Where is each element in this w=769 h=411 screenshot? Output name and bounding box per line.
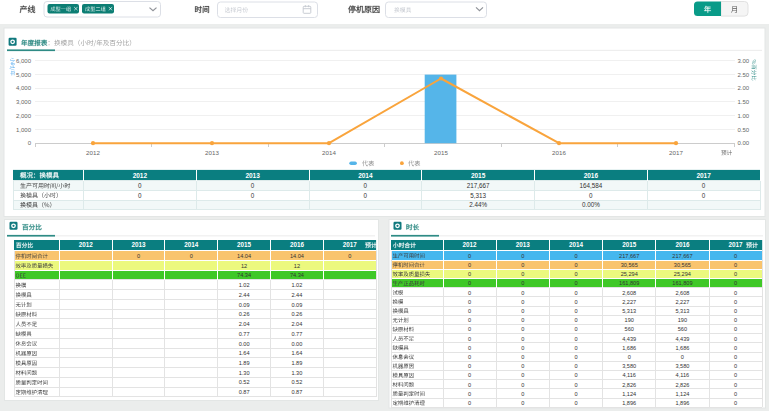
svg-text:0.00%: 0.00% [582, 201, 600, 208]
svg-text:0: 0 [574, 391, 577, 397]
svg-text:2,826: 2,826 [622, 382, 636, 388]
svg-text:0: 0 [521, 336, 524, 342]
svg-text:0: 0 [364, 182, 368, 189]
svg-text:2014: 2014 [322, 149, 336, 156]
svg-text:217,667: 217,667 [619, 253, 639, 259]
svg-text:2016: 2016 [552, 149, 566, 156]
svg-text:2017: 2017 [696, 172, 711, 179]
svg-text:4,000: 4,000 [16, 85, 32, 91]
svg-text:2013: 2013 [131, 241, 146, 248]
svg-text:0: 0 [589, 192, 593, 199]
svg-text:217,667: 217,667 [672, 253, 692, 259]
svg-text:190: 190 [625, 317, 634, 323]
svg-text:1,686: 1,686 [622, 345, 636, 351]
svg-text:2015: 2015 [471, 172, 486, 179]
svg-text:0: 0 [702, 182, 706, 189]
svg-text:2016: 2016 [584, 172, 599, 179]
svg-text:0.26: 0.26 [239, 311, 250, 317]
svg-text:0: 0 [574, 317, 577, 323]
svg-text:2017: 2017 [669, 149, 683, 156]
svg-text:2013: 2013 [245, 172, 260, 179]
svg-text:12: 12 [294, 263, 300, 269]
svg-text:12: 12 [241, 263, 247, 269]
svg-text:0.00: 0.00 [291, 341, 302, 347]
svg-text:2015: 2015 [434, 149, 448, 156]
svg-text:2.44%: 2.44% [469, 201, 487, 208]
svg-text:2013: 2013 [205, 149, 219, 156]
svg-text:2016: 2016 [290, 241, 305, 248]
svg-text:0: 0 [348, 253, 351, 259]
svg-text:0: 0 [468, 317, 471, 323]
svg-text:0: 0 [574, 262, 577, 268]
svg-text:0: 0 [734, 290, 737, 296]
svg-text:0: 0 [574, 271, 577, 277]
svg-text:1.30: 1.30 [291, 370, 302, 376]
svg-text:0: 0 [521, 308, 524, 314]
svg-text:0: 0 [521, 372, 524, 378]
svg-text:0: 0 [468, 299, 471, 305]
svg-text:3,580: 3,580 [675, 363, 689, 369]
svg-text:1,000: 1,000 [16, 127, 32, 133]
svg-text:1.02: 1.02 [239, 282, 250, 288]
svg-text:1.89: 1.89 [239, 360, 250, 366]
svg-text:1.50: 1.50 [738, 99, 750, 105]
svg-text:560: 560 [678, 326, 687, 332]
svg-text:0.52: 0.52 [239, 379, 250, 385]
svg-text:2017: 2017 [343, 241, 358, 248]
svg-text:0: 0 [521, 280, 524, 286]
svg-text:5,313: 5,313 [470, 192, 486, 199]
svg-text:0: 0 [521, 382, 524, 388]
svg-text:0: 0 [468, 253, 471, 259]
svg-text:0: 0 [137, 253, 140, 259]
svg-text:1,896: 1,896 [622, 400, 636, 406]
svg-text:0: 0 [190, 253, 193, 259]
svg-text:0: 0 [468, 308, 471, 314]
svg-text:2,227: 2,227 [622, 299, 636, 305]
svg-text:0.26: 0.26 [291, 311, 302, 317]
svg-text:0: 0 [521, 345, 524, 351]
svg-text:217,667: 217,667 [467, 182, 490, 189]
svg-text:25,294: 25,294 [621, 271, 638, 277]
svg-text:0: 0 [574, 308, 577, 314]
svg-text:0: 0 [468, 391, 471, 397]
svg-text:0: 0 [521, 262, 524, 268]
svg-text:2013: 2013 [516, 241, 531, 248]
svg-text:0: 0 [734, 308, 737, 314]
svg-text:0: 0 [628, 354, 631, 360]
svg-text:0: 0 [734, 345, 737, 351]
svg-text:2.04: 2.04 [291, 321, 302, 327]
svg-text:560: 560 [625, 326, 634, 332]
svg-text:2012: 2012 [463, 241, 478, 248]
svg-text:0: 0 [468, 345, 471, 351]
svg-text:2015: 2015 [622, 241, 637, 248]
svg-text:0: 0 [681, 354, 684, 360]
svg-text:0: 0 [468, 363, 471, 369]
svg-text:0.09: 0.09 [239, 302, 250, 308]
svg-text:0.09: 0.09 [291, 302, 302, 308]
svg-text:30,565: 30,565 [674, 262, 691, 268]
svg-text:0: 0 [521, 363, 524, 369]
svg-text:0: 0 [734, 253, 737, 259]
svg-text:4,439: 4,439 [622, 336, 636, 342]
svg-text:0: 0 [468, 400, 471, 406]
svg-text:4,116: 4,116 [622, 372, 636, 378]
svg-text:0.50: 0.50 [738, 127, 750, 133]
svg-text:0: 0 [734, 280, 737, 286]
svg-text:0: 0 [521, 391, 524, 397]
svg-text:2.50: 2.50 [738, 72, 750, 78]
svg-text:0.87: 0.87 [291, 389, 302, 395]
svg-text:0.77: 0.77 [239, 331, 250, 337]
svg-text:2012: 2012 [79, 241, 94, 248]
svg-text:0: 0 [734, 363, 737, 369]
svg-text:0: 0 [521, 354, 524, 360]
svg-text:14.04: 14.04 [290, 253, 304, 259]
svg-text:0.00: 0.00 [738, 140, 750, 146]
svg-text:1.64: 1.64 [291, 350, 302, 356]
svg-text:164,584: 164,584 [579, 182, 602, 189]
svg-text:2014: 2014 [358, 172, 373, 179]
svg-text:3.00: 3.00 [738, 58, 750, 64]
svg-text:1,124: 1,124 [622, 391, 636, 397]
svg-text:74.34: 74.34 [290, 272, 304, 278]
svg-text:1,124: 1,124 [675, 391, 689, 397]
svg-text:0: 0 [521, 317, 524, 323]
